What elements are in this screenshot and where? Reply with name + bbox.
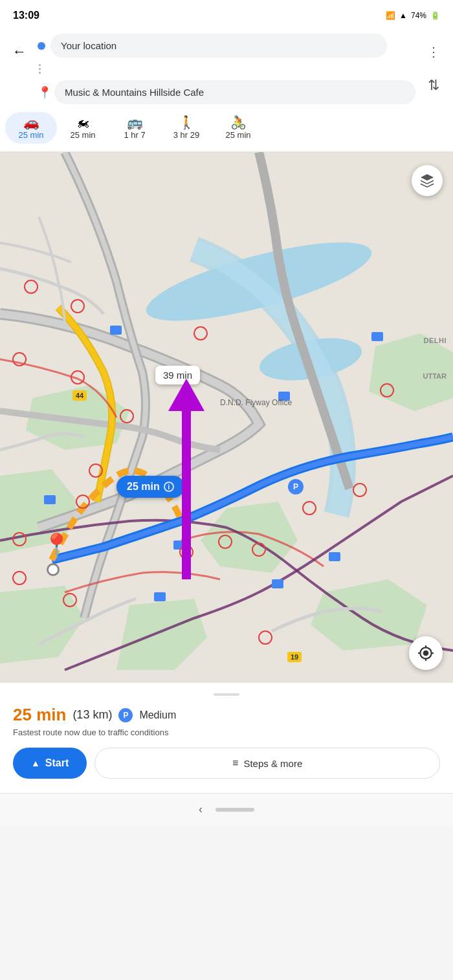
svg-rect-12 [154,592,166,601]
car-icon: 🚗 [23,116,39,129]
motorcycle-icon: 🏍 [76,116,89,129]
transport-walk[interactable]: 🚶 3 hr 29 [160,112,212,144]
svg-rect-11 [44,495,56,504]
transport-transit[interactable]: 🚌 1 hr 7 [109,112,160,144]
road-44-label: 44 [72,390,87,401]
back-arrow-icon: ← [12,43,27,60]
walk-icon: 🚶 [179,116,195,129]
parking-badge: P [288,479,304,495]
destination-pin-icon: 📍 [38,87,49,98]
origin-dot-icon [38,42,45,50]
steps-label: Steps & more [243,758,302,769]
status-time: 13:09 [13,10,39,21]
nav-pill [215,808,254,812]
battery-icon: 🔋 [430,11,440,20]
more-menu-button[interactable]: ⋮ [422,40,445,63]
start-icon: ▲ [31,758,40,768]
svg-rect-16 [371,332,383,341]
battery-percent: 74% [411,11,426,20]
route-time-25-text: 25 min [127,481,160,493]
svg-rect-13 [272,579,283,588]
start-button[interactable]: ▲ Start [13,748,87,779]
uttar-label: UTTAR [423,372,447,380]
dnd-label: D.N.D. Flyway Office [220,398,292,407]
motorcycle-time: 25 min [70,130,95,140]
map-layers-button[interactable] [412,165,443,196]
svg-rect-14 [329,552,340,561]
transit-time: 1 hr 7 [124,130,145,140]
my-location-button[interactable] [409,636,443,670]
origin-input[interactable] [50,34,387,58]
traffic-level: Medium [139,709,176,721]
sheet-handle [214,693,239,696]
parking-icon: P [118,708,133,722]
route-dots [39,61,41,76]
svg-point-36 [423,651,429,656]
origin-map-dot [47,563,60,576]
nav-header: ← 📍 ⋮ ⇅ [0,28,453,107]
destination-map-pin: 📍 [42,534,71,557]
traffic-info: Fastest route now due to traffic conditi… [13,728,440,737]
destination-input[interactable] [54,80,415,104]
status-bar: 13:09 📶 ▲ 74% 🔋 [0,0,453,28]
nav-bar: ‹ [0,793,453,825]
bike-icon: 🚴 [230,116,247,129]
bike-time: 25 min [225,130,250,140]
svg-rect-10 [110,326,122,335]
delhi-label: DELHI [424,337,447,344]
back-button[interactable]: ← [8,40,31,63]
map-container[interactable]: 39 min 25 min i D.N.D. Flyway Office DEL… [0,152,453,683]
signal-icon: ▲ [399,11,407,20]
swap-direction-button[interactable]: ⇅ [422,74,445,97]
route-distance: (13 km) [72,708,112,722]
status-icons: 📶 ▲ 74% 🔋 [386,11,440,20]
direction-arrow [168,379,204,579]
transport-motorcycle[interactable]: 🏍 25 min [57,112,109,144]
start-label: Start [45,757,69,769]
transit-icon: 🚌 [127,116,143,129]
transport-car[interactable]: 🚗 25 min [5,112,57,144]
route-time: 25 min [13,705,66,725]
steps-icon: ≡ [232,757,238,769]
transport-bike[interactable]: 🚴 25 min [212,112,264,144]
nav-back-arrow[interactable]: ‹ [199,803,203,816]
origin-row [38,34,415,58]
route-summary: 25 min (13 km) P Medium [13,705,440,725]
wifi-icon: 📶 [386,11,395,20]
steps-more-button[interactable]: ≡ Steps & more [94,748,440,779]
transport-bar: 🚗 25 min 🏍 25 min 🚌 1 hr 7 🚶 3 hr 29 🚴 2… [0,107,453,152]
action-buttons: ▲ Start ≡ Steps & more [13,748,440,779]
destination-row: 📍 [38,80,415,104]
walk-time: 3 hr 29 [173,130,199,140]
bottom-sheet: 25 min (13 km) P Medium Fastest route no… [0,683,453,793]
nav-inputs: 📍 [38,34,415,104]
road-19-label: 19 [287,652,302,662]
car-time: 25 min [18,130,43,140]
